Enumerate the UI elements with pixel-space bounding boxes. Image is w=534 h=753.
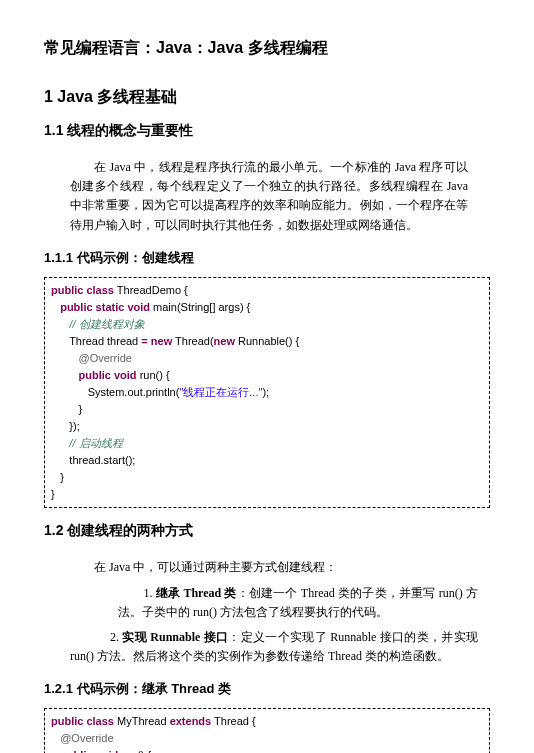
code-text: new: [148, 335, 172, 347]
code-text: extends: [170, 715, 212, 727]
code-text: Thread thread: [69, 335, 141, 347]
code-text: public static void: [60, 301, 150, 313]
code-annotation: @Override: [79, 352, 132, 364]
code-text: );: [262, 386, 269, 398]
code-text: .println(: [143, 386, 180, 398]
code-block-1: public class ThreadDemo { public static …: [44, 277, 490, 509]
code-string: "线程正在运行...": [179, 386, 262, 398]
code-text: MyThread: [114, 715, 170, 727]
heading-1-1: 1.1 线程的概念与重要性: [44, 122, 490, 140]
code-text: run() {: [137, 369, 170, 381]
code-text: Thread {: [211, 715, 255, 727]
list-number: 2.: [110, 630, 122, 644]
code-text: ThreadDemo {: [114, 284, 188, 296]
code-text: System.: [88, 386, 128, 398]
code-text: public void: [60, 749, 118, 753]
code-text: run() {: [118, 749, 151, 753]
code-comment: // 启动线程: [69, 437, 122, 449]
code-text: main(String[] args) {: [150, 301, 250, 313]
list-number: 1.: [144, 586, 156, 600]
para-1-2-intro: 在 Java 中，可以通过两种主要方式创建线程：: [70, 558, 478, 577]
code-annotation: @Override: [60, 732, 113, 744]
bold-term: 实现 Runnable 接口: [122, 630, 228, 644]
code-text: public class: [51, 715, 114, 727]
heading-1-2-1: 1.2.1 代码示例：继承 Thread 类: [44, 680, 490, 698]
code-text: new: [214, 335, 235, 347]
para-1-1: 在 Java 中，线程是程序执行流的最小单元。一个标准的 Java 程序可以创建…: [70, 158, 468, 235]
code-text: public void: [79, 369, 137, 381]
heading-1: 1 Java 多线程基础: [44, 87, 490, 108]
heading-1-1-1: 1.1.1 代码示例：创建线程: [44, 249, 490, 267]
code-text: Thread(: [172, 335, 213, 347]
code-block-2: public class MyThread extends Thread { @…: [44, 708, 490, 753]
bold-term: 继承 Thread 类: [156, 586, 237, 600]
code-text: }: [51, 488, 55, 500]
para-1-2-item2: 2. 实现 Runnable 接口：定义一个实现了 Runnable 接口的类，…: [70, 628, 478, 666]
code-text: }: [79, 403, 83, 415]
code-text: Runnable() {: [235, 335, 299, 347]
document-title: 常见编程语言：Java：Java 多线程编程: [44, 38, 490, 59]
code-text: }: [60, 471, 64, 483]
heading-1-2: 1.2 创建线程的两种方式: [44, 522, 490, 540]
code-text: out: [127, 386, 142, 398]
code-text: });: [69, 420, 79, 432]
code-text: thread.start();: [69, 454, 135, 466]
code-comment: // 创建线程对象: [69, 318, 144, 330]
para-1-2-item1: 1. 继承 Thread 类：创建一个 Thread 类的子类，并重写 run(…: [70, 584, 478, 622]
code-text: public class: [51, 284, 114, 296]
